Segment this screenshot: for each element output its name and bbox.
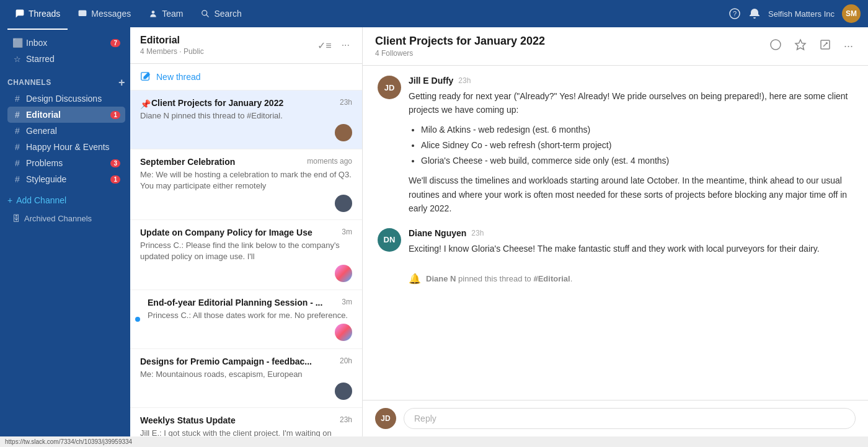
thread-footer [140, 383, 352, 400]
thread-item-header: Update on Company Policy for Image Use 3… [140, 228, 352, 237]
hash-icon: # [12, 142, 22, 152]
workspace-label: Selfish Matters Inc [768, 9, 835, 19]
nav-messages[interactable]: Messages [70, 5, 138, 22]
thread-item-header: Weeklys Status Update 23h [140, 415, 352, 425]
more-options-button[interactable]: ··· [339, 37, 352, 53]
channel-meta: 4 Members · Public [140, 47, 204, 56]
message-body: Jill E Duffy 23h Getting ready for next … [409, 76, 853, 216]
thread-time: 3m [342, 298, 352, 306]
threads-icon [15, 9, 25, 19]
thread-footer [140, 324, 352, 341]
sidebar-item-problems[interactable]: # Problems 3 [7, 155, 125, 171]
detail-content: JD Jill E Duffy 23h Getting ready for ne… [363, 66, 868, 400]
svg-point-7 [771, 40, 781, 50]
url-bar: https://tw.slack.com/7334/ch/10393/j3995… [0, 436, 868, 447]
sidebar-item-general[interactable]: # General ··· [7, 123, 125, 139]
list-item: Milo & Atkins - web redesign (est. 6 mon… [421, 122, 853, 138]
thread-item-header: End-of-year Editorial Planning Session -… [140, 298, 352, 308]
new-thread-button[interactable]: New thread [130, 64, 362, 91]
edit-button[interactable] [817, 36, 834, 56]
thread-item[interactable]: End-of-year Editorial Planning Session -… [130, 290, 362, 349]
thread-footer [140, 124, 352, 141]
more-options-detail-button[interactable]: ··· [841, 37, 856, 55]
notifications-button[interactable] [748, 7, 761, 20]
svg-rect-0 [79, 10, 87, 16]
sidebar-item-styleguide[interactable]: # Styleguide 1 [7, 171, 125, 187]
styleguide-badge: 1 [110, 175, 120, 184]
message-list: Milo & Atkins - web redesign (est. 6 mon… [409, 122, 853, 169]
message-body: Diane Nguyen 23h Exciting! I know Gloria… [409, 228, 853, 255]
sidebar-item-design-discussions[interactable]: # Design Discussions [7, 91, 125, 107]
help-button[interactable]: ? [728, 7, 741, 20]
circle-button[interactable] [767, 36, 784, 56]
inbox-badge: 7 [110, 39, 120, 47]
sidebar-item-starred[interactable]: ☆ Starred [7, 51, 125, 67]
star-button[interactable] [792, 36, 809, 56]
hash-icon: # [12, 158, 22, 168]
sidebar-item-happy-hour[interactable]: # Happy Hour & Events ··· [7, 139, 125, 155]
reply-avatar: JD [375, 408, 396, 429]
sidebar-item-inbox[interactable]: ⬜ Inbox 7 [7, 35, 125, 51]
top-nav: Threads Messages Team Search ? Selfish M… [0, 0, 868, 27]
search-icon [200, 9, 210, 19]
thread-item[interactable]: Weeklys Status Update 23h Jill E.: I got… [130, 408, 362, 436]
thread-item[interactable]: 📌 Client Projects for January 2022 23h D… [130, 91, 362, 149]
svg-line-3 [206, 15, 209, 17]
hash-icon: # [12, 110, 22, 120]
sidebar-item-editorial[interactable]: # Editorial 1 [7, 107, 125, 123]
list-item: Alice Sidney Co - web refresh (short-ter… [421, 138, 853, 153]
thread-footer [140, 195, 352, 212]
detail-title: Client Projects for January 2022 [375, 35, 545, 48]
message-header: Jill E Duffy 23h [409, 76, 853, 86]
message-author: Diane Nguyen [409, 228, 466, 238]
thread-avatar [335, 383, 352, 400]
star-outline-icon [794, 38, 807, 51]
bell-pin-icon: 🔔 [409, 273, 421, 285]
message-time: 23h [458, 76, 471, 85]
thread-preview: Diane N pinned this thread to #Editorial… [140, 110, 352, 122]
svg-text:?: ? [733, 10, 737, 17]
pin-text: Diane N pinned this thread to #Editorial… [426, 274, 572, 283]
thread-preview: Me: We will be hosting a celebration to … [140, 169, 352, 192]
thread-title: End-of-year Editorial Planning Session -… [148, 298, 342, 308]
thread-title: Update on Company Policy for Image Use [140, 228, 342, 237]
nav-search[interactable]: Search [193, 5, 249, 22]
thread-item-header: Client Projects for January 2022 23h [140, 98, 352, 108]
message-author: Jill E Duffy [409, 76, 453, 86]
thread-item[interactable]: September Celebration moments ago Me: We… [130, 149, 362, 219]
thread-list-actions: ✓≡ ··· [315, 37, 352, 54]
archived-channels-item[interactable]: 🗄 Archived Channels [7, 211, 125, 226]
problems-badge: 3 [110, 159, 120, 167]
thread-item[interactable]: Update on Company Policy for Image Use 3… [130, 220, 362, 290]
compose-icon [140, 71, 151, 82]
add-channel-button[interactable]: + Add Channel [2, 192, 130, 208]
nav-threads-label: Threads [29, 9, 60, 19]
thread-preview: Me: Mountainous roads, escapism, Europea… [140, 369, 352, 380]
thread-title: Designs for Premio Campaign - feedbac... [140, 356, 340, 366]
thread-item[interactable]: Designs for Premio Campaign - feedbac...… [130, 349, 362, 408]
thread-avatar [335, 124, 352, 141]
star-icon: ☆ [12, 55, 22, 64]
thread-items: 📌 Client Projects for January 2022 23h D… [130, 91, 362, 436]
thread-preview: Princess C.: All those dates work for me… [140, 310, 352, 321]
user-avatar[interactable]: SM [842, 4, 861, 23]
nav-threads[interactable]: Threads [7, 5, 68, 22]
nav-messages-label: Messages [91, 9, 131, 19]
channels-header: Channels + [7, 77, 125, 88]
nav-team[interactable]: Team [141, 5, 190, 22]
thread-preview: Princess C.: Please find the link below … [140, 240, 352, 262]
edit-icon [819, 38, 831, 51]
check-list-button[interactable]: ✓≡ [315, 37, 334, 54]
archived-section: 🗄 Archived Channels [0, 208, 130, 229]
sidebar: ⬜ Inbox 7 ☆ Starred Channels + # Design … [0, 27, 130, 436]
add-channel-icon[interactable]: + [118, 77, 125, 88]
thread-time: 20h [340, 356, 352, 365]
thread-preview: Jill E.: I got stuck with the client pro… [140, 428, 352, 436]
thread-avatar [335, 324, 352, 341]
reply-input[interactable] [404, 408, 856, 429]
thread-title: September Celebration [140, 157, 307, 167]
channel-info: Editorial 4 Members · Public [140, 35, 204, 56]
editorial-badge: 1 [110, 111, 120, 119]
channel-name: Editorial [140, 35, 204, 46]
svg-point-1 [152, 11, 155, 14]
